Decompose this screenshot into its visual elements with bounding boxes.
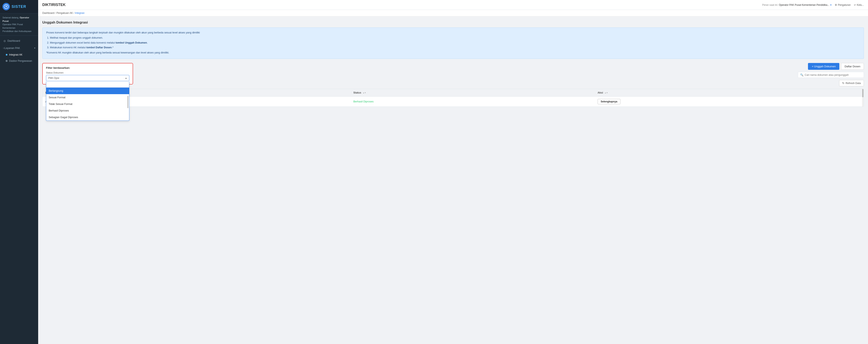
breadcrumb-current: Integrasi (75, 11, 84, 15)
dot-icon (6, 60, 7, 62)
table-row: ARIS TURNA PARMAN Berhasil Diproses Sele… (42, 97, 864, 107)
table-scrollbar-thumb (862, 89, 864, 97)
topbar-settings-button[interactable]: ⚙ Pengaturan (835, 3, 851, 6)
col-aksi: Aksi ▲▼ (595, 89, 864, 97)
sidebar-item-integrasi-ak[interactable]: Integrasi AK (0, 52, 38, 58)
search-box: 🔍 (798, 72, 864, 78)
table-header-row: Diunggah Oleh ▲▼ Status ▲▼ Aksi ▲▼ (42, 89, 864, 97)
top-controls: Filter berdasarkan: Status Dokumen Pilih… (42, 63, 864, 86)
status-badge: Berhasil Diproses (353, 100, 374, 103)
dropdown-option-berhasil-diproses[interactable]: Berhasil Diproses (46, 107, 129, 114)
refresh-icon: ↻ (842, 82, 844, 85)
sidebar-nav: ⊙ Dashboard ○ Layanan PAK ▾ Integrasi AK… (0, 36, 38, 64)
filter-select-wrapper: Pilih Opsi Berlangsung Sesuai Format Tid… (46, 75, 129, 81)
search-input[interactable] (805, 74, 862, 77)
filter-box: Filter berdasarkan: Status Dokumen Pilih… (42, 63, 133, 84)
info-step-2: Mengunggah dokumen excel berisi data kon… (50, 41, 860, 45)
page-title: Unggah Dokumen Integrasi (42, 21, 864, 25)
info-intro: Proses konversi terdiri dari beberapa la… (46, 31, 860, 35)
layanan-pak-icon: ○ (3, 47, 4, 50)
breadcrumb: Dashboard / Pengakuan AK / Integrasi (38, 10, 868, 16)
sort-icon[interactable]: ▲▼ (604, 92, 608, 94)
dropdown-option-sesuai-format[interactable]: Sesuai Format (46, 94, 129, 101)
search-icon: 🔍 (800, 73, 803, 77)
sidebar: SISTER Selamat datang, Operator Pusat Op… (0, 0, 38, 344)
right-controls: + Unggah Dokumen Daftar Dosen 🔍 ↻ Refres… (135, 63, 864, 86)
logout-icon: ↩ (854, 3, 856, 6)
dropdown-scrollbar (127, 96, 128, 108)
data-table: Diunggah Oleh ▲▼ Status ▲▼ Aksi ▲▼ (42, 89, 864, 107)
sidebar-sub-item-label: Dasbor Pengawasan (9, 59, 32, 62)
dot-icon (6, 54, 7, 56)
sidebar-logo: SISTER (0, 0, 38, 13)
refresh-label: Refresh Data (845, 82, 861, 85)
status-dropdown-popup: Berlangsung Sesuai Format Tidak Sesuai F… (46, 82, 129, 121)
selengkapnya-button[interactable]: Selengkapnya (597, 99, 620, 104)
col-status: Status ▲▼ (350, 89, 595, 97)
dropdown-options-list: Berlangsung Sesuai Format Tidak Sesuai F… (46, 88, 129, 121)
filter-title: Filter berdasarkan: (46, 66, 129, 69)
gear-icon: ⚙ (835, 3, 837, 6)
upload-dokumen-button[interactable]: + Unggah Dokumen (808, 63, 839, 70)
breadcrumb-pengakuan-ak[interactable]: Pengakuan AK (57, 11, 73, 15)
dropdown-option-berlangsung[interactable]: Berlangsung (46, 88, 129, 94)
sidebar-sub-item-label: Integrasi AK (9, 53, 23, 56)
filter-status-label: Status Dokumen (46, 71, 129, 74)
topbar: DIKTIRISTEK Peran saat ini: Operator PAK… (38, 0, 868, 10)
chevron-down-icon: ▾ (34, 47, 35, 49)
sort-icon[interactable]: ▲▼ (363, 92, 366, 94)
logo-icon (2, 3, 10, 10)
sidebar-item-label: Layanan PAK (4, 47, 20, 50)
dropdown-search-input[interactable] (46, 82, 129, 88)
topbar-logout-button[interactable]: ↩ Kelu... (854, 3, 864, 6)
main-content: DIKTIRISTEK Peran saat ini: Operator PAK… (38, 0, 868, 344)
page-title-top: DIKTIRISTEK (42, 3, 66, 7)
sidebar-item-dasbor-pengawasan[interactable]: Dasbor Pengawasan (0, 58, 38, 64)
table-scrollbar-track (862, 89, 864, 107)
dropdown-option-tidak-sesuai-format[interactable]: Tidak Sesuai Format (46, 101, 129, 107)
sidebar-item-layanan-pak[interactable]: ○ Layanan PAK ▾ (0, 45, 38, 52)
info-box: Proses konversi terdiri dari beberapa la… (42, 27, 864, 59)
topbar-right: Peran saat ini: Operator PAK Pusat Kemen… (762, 3, 864, 6)
dashboard-icon: ⊙ (3, 39, 6, 42)
table-container: Diunggah Oleh ▲▼ Status ▲▼ Aksi ▲▼ (42, 89, 864, 107)
info-note: *Konversi AK mungkin dilakukan oleh akun… (46, 51, 860, 55)
sidebar-item-label: Dashboard (7, 39, 20, 42)
chevron-down-icon[interactable]: ▾ (830, 3, 832, 6)
info-steps: Melihat riwayat dan progres unggah dokum… (46, 36, 860, 50)
logo-text: SISTER (11, 4, 26, 9)
content-area: Unggah Dokumen Integrasi Proses konversi… (38, 16, 868, 344)
topbar-role: Peran saat ini: Operator PAK Pusat Kemen… (762, 3, 832, 6)
action-buttons: + Unggah Dokumen Daftar Dosen (808, 63, 864, 70)
daftar-dosen-button[interactable]: Daftar Dosen (841, 63, 864, 70)
cell-aksi: Selengkapnya (595, 97, 864, 107)
info-step-1: Melihat riwayat dan progres unggah dokum… (50, 36, 860, 40)
breadcrumb-dashboard[interactable]: Dashboard (42, 11, 55, 15)
info-step-3: Melakukan konversi AK melalui tombol Daf… (50, 46, 860, 50)
cell-status: Berhasil Diproses (350, 97, 595, 107)
refresh-data-button[interactable]: ↻ Refresh Data (839, 80, 864, 86)
sidebar-item-dashboard[interactable]: ⊙ Dashboard (0, 37, 38, 45)
dropdown-option-sebagian-gagal-diproses[interactable]: Sebagian Gagal Diproses (46, 114, 129, 121)
status-dokumen-select[interactable]: Pilih Opsi Berlangsung Sesuai Format Tid… (46, 75, 129, 81)
sidebar-user-info: Selamat datang, Operator Pusat Operator … (0, 13, 38, 36)
filter-table-area: Filter berdasarkan: Status Dokumen Pilih… (42, 63, 864, 107)
